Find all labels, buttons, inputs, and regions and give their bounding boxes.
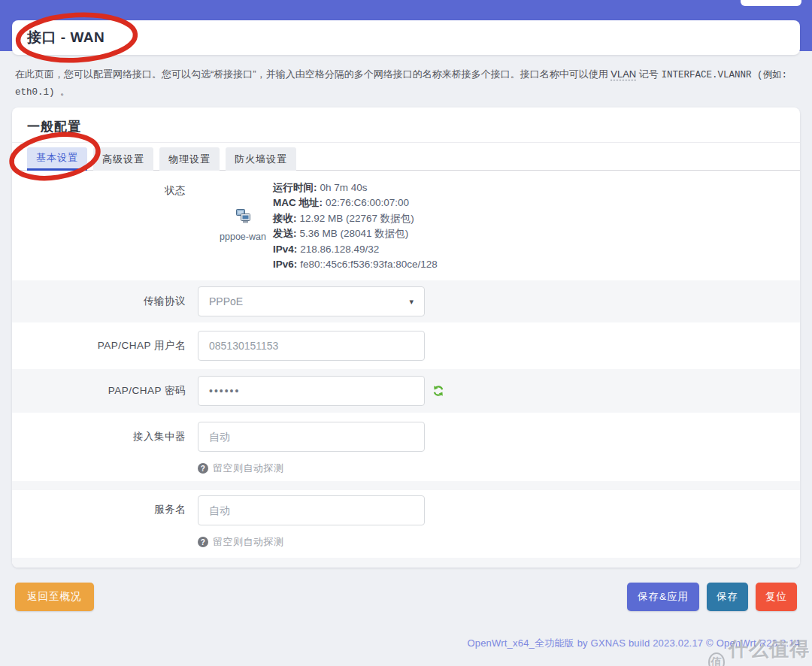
- action-bar: 返回至概况 保存&应用 保存 复位: [0, 583, 812, 611]
- password-label: PAP/CHAP 密码: [12, 384, 198, 398]
- protocol-row: 传输协议 PPPoE ▾: [12, 280, 800, 322]
- status-line-ipv4: IPv4:218.86.128.49/32: [273, 242, 438, 258]
- password-row: PAP/CHAP 密码: [12, 369, 800, 413]
- section-header: 一般配置: [12, 107, 800, 143]
- password-reveal-icon[interactable]: [432, 385, 444, 397]
- concentrator-row: 接入集中器 ? 留空则自动探测: [12, 413, 800, 481]
- page-description: 在此页面，您可以配置网络接口。您可以勾选“桥接接口”，并输入由空格分隔的多个网络…: [15, 66, 800, 100]
- service-row: 服务名 ? 留空则自动探测: [12, 490, 800, 558]
- reset-button[interactable]: 复位: [756, 583, 797, 611]
- interface-name: pppoe-wan: [220, 232, 266, 242]
- description-text-4: ) 。: [49, 87, 70, 98]
- password-input[interactable]: [198, 376, 425, 406]
- status-line-ipv6: IPv6:fe80::45c6:f536:93fa:80ce/128: [273, 257, 438, 273]
- concentrator-input[interactable]: [198, 422, 425, 452]
- status-line-rx: 接收:12.92 MB (22767 数据包): [273, 211, 438, 227]
- service-hint-text: 留空则自动探测: [213, 535, 284, 549]
- status-line-tx: 发送:5.36 MB (28041 数据包): [273, 226, 438, 242]
- status-row: 状态 pppoe-wan 运行时间:0h 7m 40s MAC 地址:02:76…: [12, 171, 800, 280]
- section-title: 一般配置: [27, 118, 785, 135]
- status-line-mac: MAC 地址:02:76:C6:00:07:00: [273, 195, 438, 211]
- vlan-link[interactable]: VLAN: [611, 68, 636, 80]
- status-details: 运行时间:0h 7m 40s MAC 地址:02:76:C6:00:07:00 …: [273, 179, 438, 273]
- chevron-down-icon: ▾: [409, 297, 414, 307]
- tab-physical-settings[interactable]: 物理设置: [159, 147, 220, 171]
- page-title-card: 接口 - WAN: [12, 20, 800, 55]
- description-text-3: (例如:: [752, 70, 788, 80]
- username-row: PAP/CHAP 用户名: [12, 322, 800, 369]
- description-code-2: eth0.1: [15, 87, 49, 98]
- tab-firewall-settings[interactable]: 防火墙设置: [226, 147, 296, 171]
- tab-advanced-settings[interactable]: 高级设置: [93, 147, 153, 171]
- status-label: 状态: [12, 171, 198, 280]
- service-label: 服务名: [12, 490, 198, 558]
- general-config-card: 一般配置 基本设置 高级设置 物理设置 防火墙设置 状态 pppoe-wan: [12, 107, 800, 568]
- question-icon: ?: [198, 463, 208, 474]
- watermark-badge: 值: [708, 652, 725, 666]
- question-icon: ?: [198, 537, 208, 547]
- openwrt-interface-page: { "header": { "title": "接口 - WAN" }, "de…: [0, 0, 812, 666]
- description-code-1: INTERFACE.VLANNR: [661, 70, 751, 80]
- page-title: 接口 - WAN: [27, 28, 105, 47]
- topbar-partial-button: [741, 0, 801, 6]
- card-bottom-band: [12, 558, 800, 568]
- protocol-label: 传输协议: [12, 295, 198, 308]
- concentrator-hint: ? 留空则自动探测: [198, 462, 800, 475]
- interface-block: pppoe-wan: [219, 209, 267, 242]
- ethernet-interface-icon: [235, 209, 251, 227]
- save-button[interactable]: 保存: [707, 583, 748, 611]
- settings-tabs: 基本设置 高级设置 物理设置 防火墙设置: [12, 143, 800, 171]
- protocol-selected-value: PPPoE: [209, 295, 409, 307]
- username-input[interactable]: [198, 331, 425, 361]
- description-text-1: 在此页面，您可以配置网络接口。您可以勾选“桥接接口”，并输入由空格分隔的多个网络…: [15, 68, 611, 80]
- row-separator: [12, 481, 800, 490]
- username-label: PAP/CHAP 用户名: [12, 339, 198, 353]
- back-to-overview-button[interactable]: 返回至概况: [15, 583, 94, 611]
- footer-link[interactable]: OpenWrt_x64_全功能版 by GXNAS build 2023.02.…: [467, 637, 800, 649]
- protocol-select[interactable]: PPPoE ▾: [198, 286, 425, 316]
- save-apply-button[interactable]: 保存&应用: [627, 583, 699, 611]
- description-text-2: 记号: [636, 68, 661, 80]
- concentrator-label: 接入集中器: [12, 413, 198, 481]
- tab-basic-settings[interactable]: 基本设置: [27, 147, 87, 171]
- service-hint: ? 留空则自动探测: [198, 535, 800, 549]
- status-line-uptime: 运行时间:0h 7m 40s: [273, 180, 438, 196]
- footer-credits: OpenWrt_x64_全功能版 by GXNAS build 2023.02.…: [467, 637, 800, 650]
- service-input[interactable]: [198, 495, 425, 525]
- concentrator-hint-text: 留空则自动探测: [213, 462, 284, 475]
